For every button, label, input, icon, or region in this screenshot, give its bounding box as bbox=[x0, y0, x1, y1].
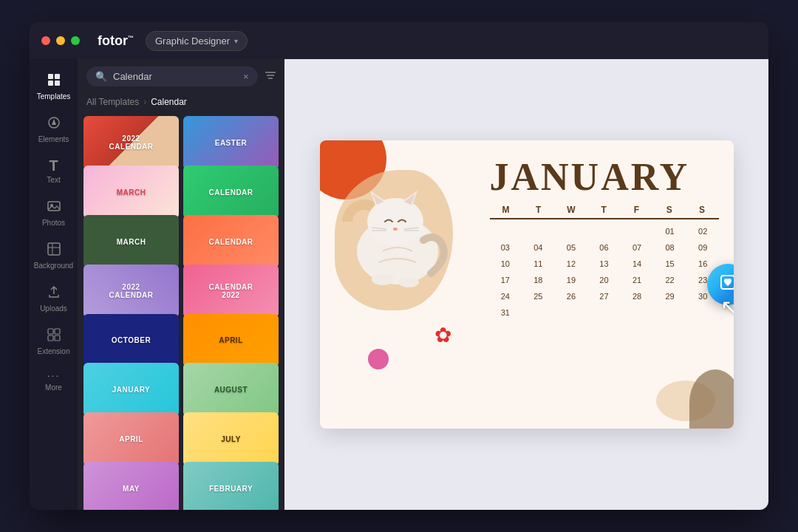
cal-cell: 12 bbox=[556, 256, 587, 271]
clear-search-button[interactable]: × bbox=[243, 71, 249, 82]
uploads-icon bbox=[47, 284, 61, 301]
template-card[interactable]: 2022Calendar bbox=[83, 116, 179, 170]
sidebar-item-more[interactable]: ··· More bbox=[30, 363, 78, 399]
template-card[interactable]: Easter bbox=[183, 116, 279, 170]
svg-rect-1 bbox=[55, 74, 60, 79]
cal-cell: 02 bbox=[687, 224, 719, 239]
calendar-month: JANUARY bbox=[490, 155, 719, 199]
cal-cell bbox=[621, 305, 653, 320]
cal-cell bbox=[522, 305, 554, 320]
sidebar-item-photos[interactable]: Photos bbox=[30, 191, 78, 234]
cal-cell: 13 bbox=[588, 256, 620, 271]
cal-cell bbox=[654, 305, 686, 320]
template-card[interactable]: Calendar bbox=[183, 166, 279, 219]
cal-cell bbox=[588, 224, 620, 239]
svg-rect-12 bbox=[55, 329, 60, 334]
cal-cell: 05 bbox=[556, 240, 587, 255]
svg-rect-0 bbox=[48, 74, 53, 79]
text-icon: T bbox=[49, 158, 58, 173]
template-card[interactable]: May bbox=[83, 462, 179, 510]
cal-cell: 31 bbox=[490, 305, 522, 320]
cal-cell: 09 bbox=[687, 240, 719, 255]
template-card[interactable]: April bbox=[83, 412, 179, 466]
svg-point-29 bbox=[372, 273, 394, 285]
template-card[interactable]: MARCH bbox=[83, 215, 179, 269]
sidebar-item-text[interactable]: T Text bbox=[30, 151, 78, 191]
breadcrumb: All Templates › Calendar bbox=[78, 94, 284, 113]
template-card[interactable]: Calendar2022 bbox=[183, 265, 279, 318]
canvas-area: ✿ JANUARY M T W T F S S bbox=[284, 59, 768, 510]
sidebar-item-templates[interactable]: Templates bbox=[30, 65, 78, 108]
uploads-label: Uploads bbox=[40, 304, 67, 313]
search-icon: 🔍 bbox=[95, 71, 107, 82]
minimize-button[interactable] bbox=[56, 36, 65, 45]
maximize-button[interactable] bbox=[71, 36, 80, 45]
cal-cell: 18 bbox=[522, 273, 554, 287]
cal-cell: 19 bbox=[556, 273, 587, 287]
template-card[interactable]: October bbox=[83, 314, 179, 368]
cal-cell bbox=[687, 305, 719, 320]
cal-cell: 20 bbox=[588, 273, 620, 287]
cal-cell: 01 bbox=[654, 224, 686, 239]
search-input-wrapper: 🔍 × bbox=[86, 66, 258, 86]
sidebar-item-uploads[interactable]: Uploads bbox=[30, 277, 78, 320]
elements-icon bbox=[47, 115, 61, 132]
filter-icon[interactable] bbox=[264, 69, 277, 85]
template-card[interactable]: April bbox=[183, 314, 279, 368]
cal-cell: 29 bbox=[654, 289, 686, 304]
sidebar: Templates Elements T Text bbox=[30, 59, 78, 510]
cal-cell: 11 bbox=[522, 256, 554, 271]
calendar-grid: 01 02 03 04 05 06 07 08 09 10 11 12 bbox=[490, 224, 719, 320]
calendar-section: JANUARY M T W T F S S bbox=[490, 155, 719, 320]
mouse-cursor: ↖ bbox=[720, 295, 734, 319]
template-card[interactable]: 2022Calendar bbox=[83, 265, 179, 318]
day-name-f: F bbox=[621, 205, 653, 215]
cal-cell: 07 bbox=[621, 240, 653, 255]
text-label: Text bbox=[47, 176, 60, 184]
cal-cell: 15 bbox=[654, 256, 686, 271]
cal-cell: 08 bbox=[654, 240, 686, 255]
deco-brown-shape bbox=[689, 369, 734, 429]
close-button[interactable] bbox=[41, 36, 50, 45]
cal-cell: 10 bbox=[490, 256, 522, 271]
app-logo: fotor™ bbox=[98, 33, 134, 49]
day-name-w: W bbox=[555, 205, 587, 215]
calendar-header: M T W T F S S bbox=[490, 205, 719, 219]
svg-marker-5 bbox=[52, 119, 56, 125]
day-name-s1: S bbox=[653, 205, 686, 215]
template-card[interactable]: July bbox=[183, 412, 279, 466]
day-name-t2: T bbox=[587, 205, 620, 215]
traffic-lights bbox=[41, 36, 80, 45]
cal-cell: 17 bbox=[490, 273, 522, 287]
breadcrumb-parent[interactable]: All Templates bbox=[86, 97, 139, 107]
cal-cell: 27 bbox=[588, 289, 620, 304]
day-name-m: M bbox=[490, 205, 522, 215]
cal-cell: 24 bbox=[490, 289, 522, 304]
svg-rect-2 bbox=[48, 81, 53, 86]
search-input[interactable] bbox=[113, 71, 237, 82]
sidebar-item-elements[interactable]: Elements bbox=[30, 108, 78, 151]
breadcrumb-separator: › bbox=[143, 97, 146, 107]
template-card[interactable]: January bbox=[83, 363, 179, 417]
sidebar-item-extension[interactable]: Extension bbox=[30, 320, 78, 363]
designer-dropdown[interactable]: Graphic Designer ▾ bbox=[146, 31, 248, 51]
cal-cell bbox=[556, 224, 587, 239]
app-window: fotor™ Graphic Designer ▾ Templates bbox=[30, 22, 768, 510]
photos-icon bbox=[47, 199, 61, 216]
template-card[interactable]: march bbox=[83, 166, 179, 219]
svg-rect-11 bbox=[48, 329, 53, 334]
template-card[interactable]: February bbox=[183, 462, 279, 510]
titlebar: fotor™ Graphic Designer ▾ bbox=[30, 22, 768, 59]
template-card[interactable]: Calendar bbox=[183, 215, 279, 269]
cat-illustration bbox=[342, 155, 453, 303]
sidebar-item-background[interactable]: Background bbox=[30, 234, 78, 277]
day-name-t1: T bbox=[522, 205, 555, 215]
svg-rect-8 bbox=[48, 243, 60, 255]
extension-label: Extension bbox=[38, 347, 70, 355]
template-grid: 2022Calendar Easter march Calendar bbox=[78, 113, 284, 510]
search-bar: 🔍 × bbox=[78, 59, 284, 94]
cal-cell: 26 bbox=[556, 289, 587, 304]
cal-cell bbox=[588, 305, 620, 320]
svg-rect-3 bbox=[55, 81, 60, 86]
template-card[interactable]: August bbox=[183, 363, 279, 417]
